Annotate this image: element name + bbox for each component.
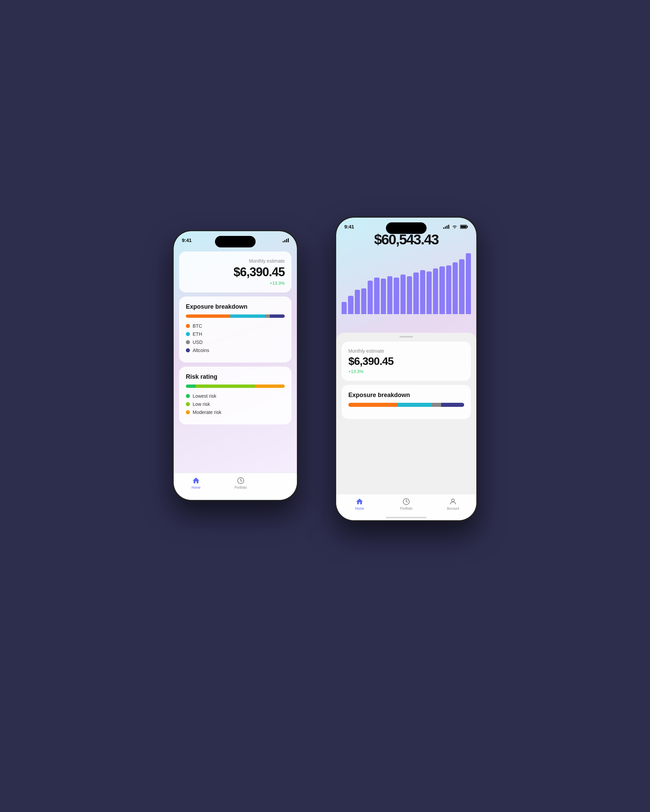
low-dot-back bbox=[186, 402, 190, 406]
monthly-label-back: Monthly estimate bbox=[186, 258, 285, 264]
svg-rect-3 bbox=[288, 238, 289, 242]
sheet-handle bbox=[400, 336, 413, 337]
bar-6 bbox=[381, 279, 386, 314]
tab-home-front[interactable]: Home bbox=[336, 498, 383, 510]
lowest-label-back: Lowest risk bbox=[193, 393, 216, 399]
exposure-seg-btc bbox=[186, 314, 230, 318]
svg-rect-5 bbox=[443, 227, 444, 229]
bar-14 bbox=[433, 269, 438, 314]
eth-label-back: ETH bbox=[193, 331, 202, 337]
monthly-value-back: $6,390.45 bbox=[186, 265, 285, 279]
wifi-icon-front bbox=[452, 225, 457, 229]
bar-18 bbox=[459, 259, 464, 314]
home-indicator-front bbox=[386, 517, 427, 518]
tab-portfolio-front[interactable]: Portfolio bbox=[383, 498, 430, 510]
svg-rect-1 bbox=[284, 240, 285, 242]
monthly-value-front: $6,390.45 bbox=[348, 355, 464, 368]
moderate-label-back: Moderate risk bbox=[193, 409, 221, 415]
svg-rect-2 bbox=[286, 239, 287, 242]
svg-rect-6 bbox=[445, 226, 446, 229]
bar-chart bbox=[336, 253, 476, 314]
exposure-seg-alt bbox=[270, 314, 285, 318]
time-front: 9:41 bbox=[344, 224, 354, 229]
sheet-content: Monthly estimate $6,390.45 +13.3% Exposu… bbox=[336, 340, 476, 501]
bar-12 bbox=[420, 270, 425, 314]
svg-rect-0 bbox=[283, 241, 284, 242]
monthly-label-front: Monthly estimate bbox=[348, 348, 464, 354]
back-screen: 9:41 Monthly estimate $6,390 bbox=[174, 231, 297, 500]
dynamic-island-front bbox=[386, 222, 427, 234]
usd-label-back: USD bbox=[193, 339, 203, 345]
risk-card-back: Risk rating Lowest risk Low risk bbox=[179, 366, 291, 424]
eth-dot-back bbox=[186, 332, 190, 336]
risk-seg-low bbox=[196, 385, 255, 388]
portfolio-icon-front bbox=[402, 498, 410, 506]
legend-eth-back: ETH bbox=[186, 331, 285, 337]
legend-alt-back: Altcoins bbox=[186, 348, 285, 353]
monthly-change-front: +13.3% bbox=[348, 369, 464, 374]
bar-8 bbox=[394, 278, 399, 314]
bar-15 bbox=[439, 266, 444, 314]
tab-home-label-front: Home bbox=[355, 507, 364, 510]
svg-rect-10 bbox=[461, 226, 467, 228]
bar-19 bbox=[466, 253, 471, 314]
low-label-back: Low risk bbox=[193, 401, 210, 407]
risk-seg-moderate bbox=[255, 385, 285, 388]
signal-icon-front bbox=[443, 225, 449, 229]
tab-bar-back: Home Portfolio bbox=[174, 473, 297, 500]
bar-5 bbox=[374, 278, 379, 314]
exp-seg-btc-front bbox=[348, 403, 397, 407]
tab-home-back[interactable]: Home bbox=[174, 476, 218, 490]
legend-usd-back: USD bbox=[186, 339, 285, 345]
usd-dot-back bbox=[186, 340, 190, 344]
monthly-card-front: Monthly estimate $6,390.45 +13.3% bbox=[342, 342, 471, 381]
exposure-seg-eth bbox=[230, 314, 265, 318]
home-icon-back bbox=[192, 476, 200, 485]
signal-icon-back bbox=[283, 238, 289, 242]
tab-portfolio-label-front: Portfolio bbox=[400, 507, 413, 510]
bar-16 bbox=[446, 266, 451, 314]
battery-icon-front bbox=[460, 225, 468, 229]
bar-1 bbox=[348, 296, 353, 314]
bar-2 bbox=[355, 290, 360, 314]
lowest-dot-back bbox=[186, 394, 190, 398]
exposure-title-front: Exposure breakdown bbox=[348, 392, 464, 399]
tab-portfolio-back[interactable]: Portfolio bbox=[218, 476, 263, 490]
tab-account-front[interactable]: Account bbox=[430, 498, 476, 510]
exp-seg-alt-front bbox=[441, 403, 464, 407]
alt-dot-back bbox=[186, 348, 190, 353]
legend-btc-back: BTC bbox=[186, 323, 285, 329]
svg-rect-11 bbox=[467, 226, 468, 227]
bar-9 bbox=[400, 275, 406, 314]
exp-seg-eth-front bbox=[397, 403, 432, 407]
legend-lowest-back: Lowest risk bbox=[186, 393, 285, 399]
moderate-dot-back bbox=[186, 410, 190, 414]
bar-0 bbox=[342, 302, 347, 314]
risk-seg-lowest bbox=[186, 385, 196, 388]
legend-low-back: Low risk bbox=[186, 401, 285, 407]
dynamic-island-back bbox=[215, 236, 256, 247]
status-icons-front bbox=[443, 225, 468, 229]
bar-7 bbox=[387, 276, 392, 314]
tab-account-label-front: Account bbox=[447, 507, 459, 510]
svg-point-13 bbox=[452, 499, 454, 502]
risk-bar-back bbox=[186, 385, 285, 388]
btc-label-back: BTC bbox=[193, 323, 202, 329]
bar-4 bbox=[368, 281, 373, 314]
home-icon-front bbox=[356, 498, 363, 506]
svg-rect-8 bbox=[448, 225, 449, 229]
bottom-sheet: Monthly estimate $6,390.45 +13.3% Exposu… bbox=[336, 333, 476, 520]
time-back: 9:41 bbox=[182, 237, 192, 243]
phone-back: 9:41 Monthly estimate $6,390 bbox=[172, 230, 298, 501]
exposure-card-back: Exposure breakdown BTC ETH bbox=[179, 296, 291, 363]
tab-bar-front: Home Portfolio bbox=[336, 494, 476, 520]
bar-17 bbox=[453, 262, 458, 314]
portfolio-icon-back bbox=[237, 476, 245, 485]
account-icon-front bbox=[449, 498, 457, 506]
monthly-card-back: Monthly estimate $6,390.45 +13.3% bbox=[179, 252, 291, 292]
alt-label-back: Altcoins bbox=[193, 348, 209, 353]
btc-dot-back bbox=[186, 324, 190, 328]
tab-portfolio-label-back: Portfolio bbox=[235, 486, 247, 490]
exposure-bar-front bbox=[348, 403, 464, 407]
back-scroll-content: Monthly estimate $6,390.45 +13.3% Exposu… bbox=[174, 231, 297, 476]
